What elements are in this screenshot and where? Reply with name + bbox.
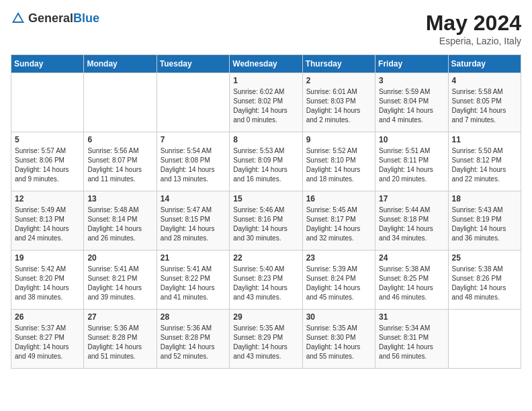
day-info: Sunrise: 5:36 AMSunset: 8:28 PMDaylight:… (161, 324, 226, 361)
day-info: Sunrise: 5:44 AMSunset: 8:18 PMDaylight:… (379, 205, 444, 243)
day-number: 1 (233, 76, 298, 85)
page-header: GeneralBlue May 2024 Esperia, Lazio, Ita… (11, 11, 521, 46)
day-number: 5 (15, 135, 80, 144)
calendar-day-cell (84, 73, 157, 132)
calendar-day-cell: 24Sunrise: 5:38 AMSunset: 8:25 PMDayligh… (375, 250, 448, 310)
day-info: Sunrise: 6:01 AMSunset: 8:03 PMDaylight:… (306, 87, 371, 125)
logo: GeneralBlue (11, 11, 99, 26)
calendar-day-cell: 13Sunrise: 5:48 AMSunset: 8:14 PMDayligh… (84, 191, 157, 250)
day-number: 18 (452, 194, 517, 203)
calendar-day-cell: 17Sunrise: 5:44 AMSunset: 8:18 PMDayligh… (375, 191, 448, 250)
calendar-day-cell (11, 73, 84, 132)
calendar-day-cell: 19Sunrise: 5:42 AMSunset: 8:20 PMDayligh… (11, 250, 84, 310)
day-number: 19 (15, 253, 80, 263)
day-info: Sunrise: 5:49 AMSunset: 8:13 PMDaylight:… (15, 205, 80, 243)
day-info: Sunrise: 5:39 AMSunset: 8:24 PMDaylight:… (306, 265, 371, 302)
day-info: Sunrise: 5:34 AMSunset: 8:31 PMDaylight:… (379, 324, 444, 361)
day-number: 16 (306, 194, 371, 203)
day-number: 25 (452, 253, 517, 263)
day-number: 2 (306, 76, 371, 85)
calendar-day-cell: 30Sunrise: 5:35 AMSunset: 8:30 PMDayligh… (302, 310, 375, 369)
calendar-week-row: 26Sunrise: 5:37 AMSunset: 8:27 PMDayligh… (11, 310, 521, 369)
day-number: 4 (452, 76, 517, 85)
calendar-day-cell: 9Sunrise: 5:52 AMSunset: 8:10 PMDaylight… (302, 132, 375, 191)
day-number: 9 (306, 135, 371, 144)
calendar-body: 1Sunrise: 6:02 AMSunset: 8:02 PMDaylight… (11, 73, 521, 369)
day-info: Sunrise: 5:38 AMSunset: 8:26 PMDaylight:… (452, 265, 517, 302)
calendar-day-cell: 18Sunrise: 5:43 AMSunset: 8:19 PMDayligh… (448, 191, 521, 250)
day-number: 3 (379, 76, 444, 85)
day-info: Sunrise: 5:47 AMSunset: 8:15 PMDaylight:… (161, 205, 226, 243)
header-day: Sunday (11, 55, 84, 73)
day-info: Sunrise: 5:52 AMSunset: 8:10 PMDaylight:… (306, 146, 371, 184)
day-number: 28 (161, 312, 226, 322)
header-day: Tuesday (157, 55, 229, 73)
day-info: Sunrise: 5:48 AMSunset: 8:14 PMDaylight:… (87, 205, 152, 243)
day-info: Sunrise: 5:45 AMSunset: 8:17 PMDaylight:… (306, 205, 371, 243)
calendar-day-cell: 16Sunrise: 5:45 AMSunset: 8:17 PMDayligh… (302, 191, 375, 250)
calendar-day-cell: 2Sunrise: 6:01 AMSunset: 8:03 PMDaylight… (302, 73, 375, 132)
day-info: Sunrise: 5:35 AMSunset: 8:29 PMDaylight:… (233, 324, 298, 361)
calendar-day-cell: 27Sunrise: 5:36 AMSunset: 8:28 PMDayligh… (84, 310, 157, 369)
day-info: Sunrise: 5:58 AMSunset: 8:05 PMDaylight:… (452, 87, 517, 125)
day-number: 7 (161, 135, 226, 144)
day-info: Sunrise: 5:50 AMSunset: 8:12 PMDaylight:… (452, 146, 517, 184)
day-info: Sunrise: 5:41 AMSunset: 8:21 PMDaylight:… (87, 265, 152, 302)
day-number: 15 (233, 194, 298, 203)
day-info: Sunrise: 5:59 AMSunset: 8:04 PMDaylight:… (379, 87, 444, 125)
calendar-day-cell: 7Sunrise: 5:54 AMSunset: 8:08 PMDaylight… (157, 132, 229, 191)
calendar-day-cell: 10Sunrise: 5:51 AMSunset: 8:11 PMDayligh… (375, 132, 448, 191)
day-info: Sunrise: 5:41 AMSunset: 8:22 PMDaylight:… (161, 265, 226, 302)
calendar-day-cell: 26Sunrise: 5:37 AMSunset: 8:27 PMDayligh… (11, 310, 84, 369)
logo-icon (11, 11, 26, 26)
header-day: Wednesday (230, 55, 302, 73)
day-info: Sunrise: 5:36 AMSunset: 8:28 PMDaylight:… (87, 324, 152, 361)
day-number: 29 (233, 312, 298, 322)
day-number: 24 (379, 253, 444, 263)
day-info: Sunrise: 5:43 AMSunset: 8:19 PMDaylight:… (452, 205, 517, 243)
day-info: Sunrise: 6:02 AMSunset: 8:02 PMDaylight:… (233, 87, 298, 125)
calendar-day-cell: 29Sunrise: 5:35 AMSunset: 8:29 PMDayligh… (230, 310, 302, 369)
day-info: Sunrise: 5:46 AMSunset: 8:16 PMDaylight:… (233, 205, 298, 243)
day-number: 12 (15, 194, 80, 203)
day-info: Sunrise: 5:57 AMSunset: 8:06 PMDaylight:… (15, 146, 80, 184)
calendar-day-cell: 22Sunrise: 5:40 AMSunset: 8:23 PMDayligh… (230, 250, 302, 310)
calendar-day-cell: 23Sunrise: 5:39 AMSunset: 8:24 PMDayligh… (302, 250, 375, 310)
header-day: Friday (375, 55, 448, 73)
day-info: Sunrise: 5:38 AMSunset: 8:25 PMDaylight:… (379, 265, 444, 302)
calendar-week-row: 1Sunrise: 6:02 AMSunset: 8:02 PMDaylight… (11, 73, 521, 132)
calendar-table: SundayMondayTuesdayWednesdayThursdayFrid… (11, 54, 521, 369)
calendar-day-cell: 15Sunrise: 5:46 AMSunset: 8:16 PMDayligh… (230, 191, 302, 250)
calendar-day-cell: 8Sunrise: 5:53 AMSunset: 8:09 PMDaylight… (230, 132, 302, 191)
day-number: 11 (452, 135, 517, 144)
calendar-day-cell: 5Sunrise: 5:57 AMSunset: 8:06 PMDaylight… (11, 132, 84, 191)
calendar-day-cell: 21Sunrise: 5:41 AMSunset: 8:22 PMDayligh… (157, 250, 229, 310)
day-number: 6 (87, 135, 152, 144)
calendar-day-cell: 28Sunrise: 5:36 AMSunset: 8:28 PMDayligh… (157, 310, 229, 369)
day-number: 10 (379, 135, 444, 144)
day-number: 30 (306, 312, 371, 322)
day-number: 21 (161, 253, 226, 263)
calendar-day-cell (157, 73, 229, 132)
day-number: 31 (379, 312, 444, 322)
day-number: 13 (87, 194, 152, 203)
day-info: Sunrise: 5:40 AMSunset: 8:23 PMDaylight:… (233, 265, 298, 302)
day-number: 14 (161, 194, 226, 203)
day-info: Sunrise: 5:37 AMSunset: 8:27 PMDaylight:… (15, 324, 80, 361)
calendar-week-row: 5Sunrise: 5:57 AMSunset: 8:06 PMDaylight… (11, 132, 521, 191)
day-info: Sunrise: 5:56 AMSunset: 8:07 PMDaylight:… (87, 146, 152, 184)
calendar-day-cell: 3Sunrise: 5:59 AMSunset: 8:04 PMDaylight… (375, 73, 448, 132)
day-number: 22 (233, 253, 298, 263)
calendar-day-cell: 12Sunrise: 5:49 AMSunset: 8:13 PMDayligh… (11, 191, 84, 250)
calendar-day-cell: 4Sunrise: 5:58 AMSunset: 8:05 PMDaylight… (448, 73, 521, 132)
day-number: 20 (87, 253, 152, 263)
calendar-week-row: 19Sunrise: 5:42 AMSunset: 8:20 PMDayligh… (11, 250, 521, 310)
title-block: May 2024 Esperia, Lazio, Italy (426, 11, 521, 46)
calendar-week-row: 12Sunrise: 5:49 AMSunset: 8:13 PMDayligh… (11, 191, 521, 250)
header-day: Monday (84, 55, 157, 73)
calendar-header-row: SundayMondayTuesdayWednesdayThursdayFrid… (11, 55, 521, 73)
logo-blue: Blue (73, 11, 99, 25)
header-day: Thursday (302, 55, 375, 73)
calendar-day-cell: 14Sunrise: 5:47 AMSunset: 8:15 PMDayligh… (157, 191, 229, 250)
calendar-day-cell (448, 310, 521, 369)
